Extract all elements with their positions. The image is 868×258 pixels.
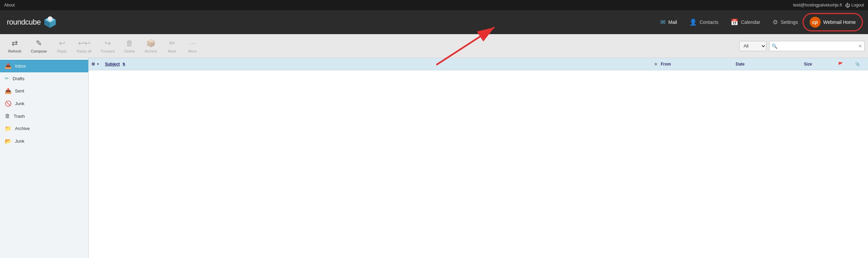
- compose-button[interactable]: ✎ Compose: [26, 36, 52, 56]
- th-size-label: Size: [804, 62, 812, 67]
- th-from[interactable]: From: [661, 62, 736, 67]
- th-from-label: From: [661, 62, 671, 67]
- sidebar-item-inbox[interactable]: 📥 Inbox: [0, 60, 88, 72]
- th-settings[interactable]: ⚙ ▼: [91, 62, 105, 67]
- nav-mail[interactable]: ✉ Mail: [654, 10, 683, 34]
- gear-small-icon: ⚙: [91, 62, 95, 67]
- nav-contacts-label: Contacts: [700, 19, 718, 25]
- toolbar: ⇄ Refresh ✎ Compose ↩ Reply ↩↩ Reply all…: [0, 34, 868, 58]
- nav-webmail-home[interactable]: cp Webmail Home: [804, 10, 861, 34]
- logo-area: roundcube: [7, 15, 57, 29]
- reply-all-button[interactable]: ↩↩ Reply all: [72, 36, 96, 56]
- calendar-icon: 📅: [731, 18, 738, 26]
- forward-icon: ↪: [105, 39, 111, 48]
- cpanel-icon: cp: [810, 17, 821, 28]
- sidebar-junk2-label: Junk: [15, 139, 24, 144]
- user-email: testi@hostingpalveluohje.fi: [793, 3, 842, 8]
- junk-icon: 🚫: [5, 100, 12, 107]
- mark-label: Mark: [168, 49, 176, 53]
- sidebar-archive-label: Archive: [15, 126, 30, 131]
- settings-dropdown-icon: ▼: [96, 62, 100, 66]
- archive-label: Archive: [145, 49, 157, 53]
- reply-all-icon: ↩↩: [78, 39, 90, 48]
- reply-icon: ↩: [59, 39, 65, 48]
- compose-label: Compose: [31, 49, 47, 53]
- trash-icon: 🗑: [5, 113, 10, 119]
- top-bar: About testi@hostingpalveluohje.fi ⏻ Logo…: [0, 0, 868, 10]
- more-label: More: [188, 49, 197, 53]
- sidebar-item-junk[interactable]: 🚫 Junk: [0, 97, 88, 110]
- sidebar-item-trash[interactable]: 🗑 Trash: [0, 110, 88, 122]
- svg-point-4: [48, 16, 53, 21]
- th-subject[interactable]: Subject ⇅: [105, 62, 650, 67]
- sidebar: 📥 Inbox ✏ Drafts 📤 Sent 🚫 Junk 🗑 Trash 📁…: [0, 58, 89, 258]
- search-input[interactable]: [779, 43, 856, 48]
- header-nav: roundcube ✉ Mail 👤 Contacts 📅 Calendar ⚙: [0, 10, 868, 34]
- inbox-icon: 📥: [5, 63, 12, 69]
- sidebar-sent-label: Sent: [15, 88, 24, 94]
- logout-label: Logout: [851, 3, 864, 8]
- more-icon: ···: [190, 39, 196, 48]
- nav-mail-label: Mail: [668, 19, 677, 25]
- sidebar-junk-label: Junk: [15, 101, 24, 106]
- sent-icon: 📤: [5, 88, 12, 94]
- nav-settings[interactable]: ⚙ Settings: [766, 10, 804, 34]
- email-list: [89, 70, 868, 258]
- logout-button[interactable]: ⏻ Logout: [845, 2, 864, 8]
- sidebar-drafts-label: Drafts: [13, 76, 25, 81]
- toolbar-right: All 🔍 ✕: [739, 41, 865, 51]
- refresh-icon: ⇄: [12, 39, 18, 48]
- svg-point-5: [49, 17, 50, 19]
- th-date[interactable]: Date: [736, 62, 804, 67]
- archive-button[interactable]: 📦 Archive: [140, 36, 162, 56]
- reply-button[interactable]: ↩ Reply: [52, 36, 72, 56]
- search-box: 🔍 ✕: [769, 41, 865, 51]
- drafts-icon: ✏: [5, 75, 9, 82]
- th-subject-label: Subject: [105, 62, 120, 67]
- top-bar-right: testi@hostingpalveluohje.fi ⏻ Logout: [793, 2, 864, 8]
- logo-cube-icon: [43, 15, 57, 29]
- sidebar-item-junk2[interactable]: 📂 Junk: [0, 135, 88, 147]
- delete-label: Delete: [124, 49, 135, 53]
- reply-label: Reply: [57, 49, 67, 53]
- mark-icon: ✏: [169, 39, 175, 48]
- compose-icon: ✎: [36, 39, 42, 48]
- archive-icon: 📦: [146, 39, 155, 48]
- about-label: About: [4, 3, 15, 8]
- logo-text: roundcube: [7, 18, 41, 27]
- forward-button[interactable]: ↪ Forward: [96, 36, 119, 56]
- sidebar-item-drafts[interactable]: ✏ Drafts: [0, 72, 88, 85]
- search-icon: 🔍: [769, 43, 779, 49]
- junk2-icon: 📂: [5, 138, 12, 144]
- sort-icon: ⇅: [122, 62, 125, 66]
- table-header: ⚙ ▼ Subject ⇅ ★ From Date Size 🚩 📎: [89, 58, 868, 70]
- sidebar-item-sent[interactable]: 📤 Sent: [0, 85, 88, 97]
- nav-webmail-label: Webmail Home: [823, 19, 856, 25]
- search-clear-icon[interactable]: ✕: [856, 43, 864, 49]
- nav-calendar[interactable]: 📅 Calendar: [724, 10, 766, 34]
- power-icon: ⏻: [845, 2, 850, 8]
- nav-settings-label: Settings: [781, 19, 798, 25]
- filter-select[interactable]: All: [739, 41, 766, 51]
- main-layout: 📥 Inbox ✏ Drafts 📤 Sent 🚫 Junk 🗑 Trash 📁…: [0, 58, 868, 258]
- archive-folder-icon: 📁: [5, 125, 12, 132]
- th-flags: 🚩: [838, 62, 855, 67]
- refresh-button[interactable]: ⇄ Refresh: [3, 36, 26, 56]
- th-attach: 📎: [855, 62, 865, 67]
- mark-button[interactable]: ✏ Mark: [162, 36, 182, 56]
- sidebar-item-archive[interactable]: 📁 Archive: [0, 122, 88, 135]
- nav-items: ✉ Mail 👤 Contacts 📅 Calendar ⚙ Settings …: [654, 10, 861, 34]
- settings-icon: ⚙: [773, 18, 778, 26]
- th-size[interactable]: Size: [804, 62, 838, 67]
- reply-all-label: Reply all: [77, 49, 91, 53]
- forward-label: Forward: [101, 49, 115, 53]
- refresh-label: Refresh: [8, 49, 21, 53]
- delete-button[interactable]: 🗑 Delete: [119, 36, 140, 56]
- nav-calendar-label: Calendar: [741, 19, 760, 25]
- nav-contacts[interactable]: 👤 Contacts: [683, 10, 724, 34]
- sidebar-trash-label: Trash: [14, 114, 25, 119]
- sidebar-inbox-label: Inbox: [15, 63, 26, 69]
- contacts-icon: 👤: [689, 18, 697, 26]
- more-button[interactable]: ··· More: [182, 36, 203, 56]
- delete-icon: 🗑: [126, 39, 133, 48]
